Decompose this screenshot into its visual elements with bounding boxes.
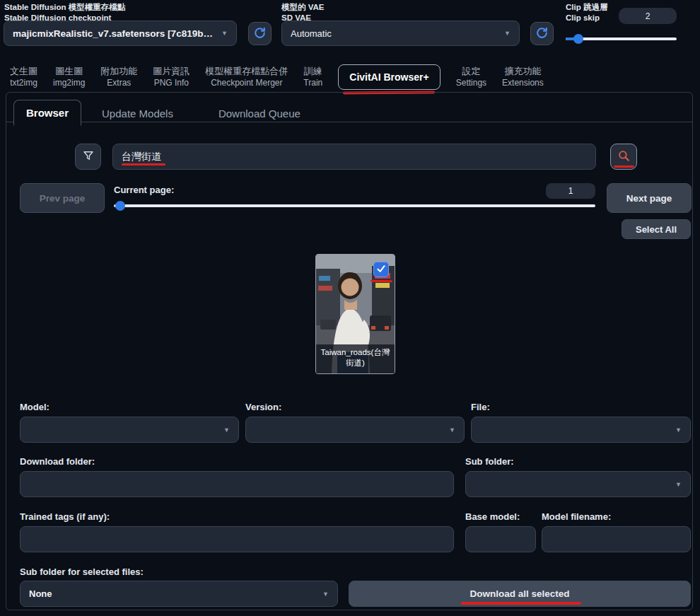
current-page-slider[interactable] — [114, 201, 595, 211]
model-card-caption: Taiwan_roads(台灣街道) — [316, 344, 395, 373]
refresh-checkpoint-button[interactable] — [248, 22, 272, 45]
tab-civitai-browser[interactable]: CivitAI Browser+ — [338, 64, 440, 90]
refresh-vae-button[interactable] — [530, 22, 554, 45]
version-dropdown[interactable]: ▼ — [245, 417, 465, 443]
sub-folder-selected-dropdown[interactable]: None ▼ — [20, 581, 338, 607]
vae-value: Automatic — [291, 28, 332, 39]
chevron-down-icon: ▼ — [504, 30, 511, 37]
browser-tab-bar: Browser Update Models Download Queue — [13, 100, 315, 126]
tab-png-info[interactable]: 圖片資訊 PNG Info — [153, 66, 189, 88]
file-label: File: — [471, 402, 490, 412]
clip-skip-label: Clip 跳過層 Clip skip — [566, 2, 607, 23]
search-icon — [617, 149, 631, 165]
tab-extras[interactable]: 附加功能 Extras — [100, 66, 137, 88]
current-page-label: Current page: — [114, 185, 174, 195]
trained-tags-input[interactable] — [20, 526, 454, 552]
slider-handle[interactable] — [573, 34, 583, 44]
tab-download-queue[interactable]: Download Queue — [204, 101, 315, 126]
model-filename-input[interactable] — [542, 526, 691, 552]
base-model-label: Base model: — [465, 511, 520, 522]
chevron-down-icon: ▼ — [449, 426, 455, 434]
download-all-selected-button[interactable]: Download all selected — [349, 581, 691, 607]
checkmark-icon — [376, 264, 386, 276]
vae-dropdown[interactable]: Automatic ▼ — [281, 21, 520, 46]
slider-handle[interactable] — [115, 201, 125, 211]
clip-skip-number-input[interactable]: 2 — [619, 8, 677, 24]
vae-label-zh: 模型的 VAE — [281, 2, 325, 13]
tab-img2img[interactable]: 圖生圖 img2img — [53, 66, 85, 88]
current-page-value: 1 — [568, 186, 573, 196]
model-card[interactable]: Taiwan_roads(台灣街道) — [315, 254, 395, 374]
tab-train[interactable]: 訓練 Train — [303, 66, 322, 88]
search-button[interactable] — [610, 144, 637, 170]
tab-txt2img[interactable]: 文生圖 txt2img — [10, 66, 37, 88]
chevron-down-icon: ▼ — [221, 30, 228, 37]
sub-folder-selected-value: None — [29, 588, 52, 599]
clip-skip-value: 2 — [646, 11, 651, 21]
tab-checkpoint-merger[interactable]: 模型權重存檔點合併 Checkpoint Merger — [205, 66, 288, 88]
current-page-number-input[interactable]: 1 — [546, 183, 595, 199]
prev-page-button[interactable]: Prev page — [20, 183, 105, 213]
next-page-button[interactable]: Next page — [607, 183, 692, 213]
tab-settings[interactable]: 設定 Settings — [456, 66, 486, 88]
model-label: Model: — [20, 402, 49, 412]
red-underline-search-text — [122, 163, 165, 165]
sub-folder-label: Sub folder: — [465, 456, 514, 467]
sub-folder-selected-label: Sub folder for selected files: — [20, 566, 144, 577]
filter-icon — [82, 149, 95, 164]
download-folder-label: Download folder: — [20, 456, 95, 467]
tab-extensions[interactable]: 擴充功能 Extensions — [502, 66, 544, 88]
model-filename-label: Model filename: — [542, 511, 611, 522]
version-label: Version: — [245, 402, 281, 412]
sub-folder-dropdown[interactable]: ▼ — [465, 471, 691, 497]
clip-skip-label-zh: Clip 跳過層 — [566, 2, 607, 13]
download-folder-input[interactable] — [20, 471, 454, 497]
clip-skip-label-en: Clip skip — [566, 13, 607, 23]
clip-skip-slider[interactable] — [566, 34, 677, 44]
main-tab-bar: 文生圖 txt2img 圖生圖 img2img 附加功能 Extras 圖片資訊… — [10, 62, 544, 92]
chevron-down-icon: ▼ — [223, 426, 230, 434]
trained-tags-label: Trained tags (if any): — [20, 511, 110, 522]
chevron-down-icon: ▼ — [675, 481, 682, 488]
model-dropdown[interactable]: ▼ — [20, 417, 239, 443]
model-select-checkbox[interactable] — [373, 262, 389, 277]
select-all-button[interactable]: Select All — [622, 219, 691, 239]
tab-browser[interactable]: Browser — [13, 100, 81, 126]
file-dropdown[interactable]: ▼ — [471, 417, 691, 443]
search-input[interactable]: 台灣街道 — [112, 144, 596, 170]
checkpoint-dropdown[interactable]: majicmixRealistic_v7.safetensors [7c819b… — [4, 21, 237, 46]
red-underline-download-all — [461, 602, 581, 605]
base-model-input[interactable] — [465, 526, 536, 552]
search-value: 台灣街道 — [122, 151, 161, 163]
checkpoint-value: majicmixRealistic_v7.safetensors [7c819b… — [13, 28, 216, 39]
checkpoint-label-zh: Stable Diffusion 模型權重存檔點 — [4, 2, 125, 13]
chevron-down-icon: ▼ — [675, 426, 682, 434]
civitai-panel: Browser Update Models Download Queue 台灣街… — [6, 92, 693, 610]
refresh-icon — [253, 26, 267, 42]
filter-button[interactable] — [75, 144, 101, 170]
refresh-icon — [535, 26, 549, 42]
red-underline-search-icon — [614, 165, 634, 168]
slider-track[interactable] — [114, 204, 595, 207]
tab-update-models[interactable]: Update Models — [87, 101, 188, 126]
chevron-down-icon: ▼ — [322, 591, 329, 598]
app-window: Stable Diffusion 模型權重存檔點 Stable Diffusio… — [0, 0, 700, 616]
